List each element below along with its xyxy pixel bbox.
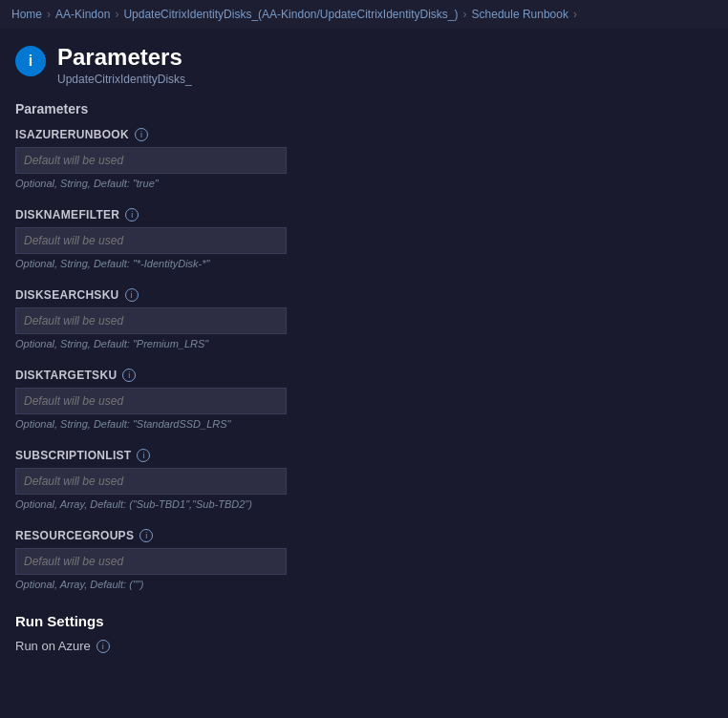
- run-settings-title: Run Settings: [15, 613, 713, 629]
- param-info-icon-disknamefilter[interactable]: i: [125, 208, 139, 222]
- param-info-icon-subscriptionlist[interactable]: i: [137, 449, 150, 462]
- param-hint-disknamefilter: Optional, String, Default: "*-IdentityDi…: [15, 258, 713, 269]
- param-label-row-disksearchsku: DISKSEARCHSKUi: [15, 288, 713, 302]
- breadcrumb-home[interactable]: Home: [11, 8, 42, 21]
- parameter-block-disknamefilter: DISKNAMEFILTERiOptional, String, Default…: [15, 208, 713, 269]
- page-subtitle: UpdateCitrixIdentityDisks_: [57, 73, 192, 86]
- param-input-disknamefilter[interactable]: [15, 227, 287, 254]
- param-hint-disktargetsku: Optional, String, Default: "StandardSSD_…: [15, 418, 713, 430]
- param-info-icon-resourcegroups[interactable]: i: [139, 529, 153, 542]
- breadcrumb-sep-1: ›: [47, 8, 51, 21]
- parameters-section-title: Parameters: [15, 101, 713, 116]
- content-area: Parameters ISAZURERUNBOOKiOptional, Stri…: [0, 94, 728, 668]
- parameter-block-subscriptionlist: SUBSCRIPTIONLISTiOptional, Array, Defaul…: [15, 449, 713, 510]
- parameters-container: ISAZURERUNBOOKiOptional, String, Default…: [15, 128, 713, 590]
- breadcrumb-sep-3: ›: [463, 8, 467, 21]
- param-label-isazurerunbook: ISAZURERUNBOOK: [15, 128, 129, 141]
- breadcrumb-sep-4: ›: [573, 8, 577, 21]
- param-label-row-disktargetsku: DISKTARGETSKUi: [15, 369, 713, 382]
- page-header: i Parameters UpdateCitrixIdentityDisks_: [0, 29, 728, 94]
- param-info-icon-disksearchsku[interactable]: i: [125, 288, 139, 302]
- param-label-row-isazurerunbook: ISAZURERUNBOOKi: [15, 128, 713, 141]
- param-label-resourcegroups: RESOURCEGROUPS: [15, 529, 134, 542]
- breadcrumb-runbook[interactable]: UpdateCitrixIdentityDisks_(AA-Kindon/Upd…: [123, 8, 458, 21]
- param-hint-subscriptionlist: Optional, Array, Default: ("Sub-TBD1","S…: [15, 498, 713, 510]
- parameter-block-isazurerunbook: ISAZURERUNBOOKiOptional, String, Default…: [15, 128, 713, 189]
- param-label-row-disknamefilter: DISKNAMEFILTERi: [15, 208, 713, 222]
- param-label-disknamefilter: DISKNAMEFILTER: [15, 208, 119, 222]
- param-hint-disksearchsku: Optional, String, Default: "Premium_LRS": [15, 338, 713, 349]
- breadcrumb: Home › AA-Kindon › UpdateCitrixIdentityD…: [0, 0, 728, 29]
- param-input-disktargetsku[interactable]: [15, 388, 287, 414]
- param-input-resourcegroups[interactable]: [15, 548, 287, 575]
- param-input-isazurerunbook[interactable]: [15, 147, 287, 174]
- param-label-row-subscriptionlist: SUBSCRIPTIONLISTi: [15, 449, 713, 462]
- page-title: Parameters: [57, 44, 192, 71]
- param-label-disksearchsku: DISKSEARCHSKU: [15, 288, 119, 302]
- run-on-label: Run on Azure: [15, 639, 91, 653]
- page-title-group: Parameters UpdateCitrixIdentityDisks_: [57, 44, 192, 86]
- param-label-row-resourcegroups: RESOURCEGROUPSi: [15, 529, 713, 542]
- param-info-icon-isazurerunbook[interactable]: i: [135, 128, 148, 141]
- parameter-block-disksearchsku: DISKSEARCHSKUiOptional, String, Default:…: [15, 288, 713, 349]
- param-info-icon-disktargetsku[interactable]: i: [122, 369, 136, 382]
- param-hint-resourcegroups: Optional, Array, Default: (""): [15, 579, 713, 590]
- param-input-subscriptionlist[interactable]: [15, 468, 287, 495]
- run-on-info-icon[interactable]: i: [96, 640, 110, 653]
- param-input-disksearchsku[interactable]: [15, 307, 287, 334]
- breadcrumb-aa-kindon[interactable]: AA-Kindon: [55, 8, 110, 21]
- breadcrumb-sep-2: ›: [115, 8, 118, 21]
- param-label-disktargetsku: DISKTARGETSKU: [15, 369, 117, 382]
- page-icon: i: [15, 46, 46, 76]
- param-label-subscriptionlist: SUBSCRIPTIONLIST: [15, 449, 131, 462]
- breadcrumb-schedule-runbook[interactable]: Schedule Runbook: [472, 8, 568, 21]
- param-hint-isazurerunbook: Optional, String, Default: "true": [15, 178, 713, 189]
- parameter-block-disktargetsku: DISKTARGETSKUiOptional, String, Default:…: [15, 369, 713, 430]
- parameter-block-resourcegroups: RESOURCEGROUPSiOptional, Array, Default:…: [15, 529, 713, 590]
- run-settings-section: Run Settings Run on Azure i: [15, 613, 713, 653]
- run-on-row: Run on Azure i: [15, 639, 713, 653]
